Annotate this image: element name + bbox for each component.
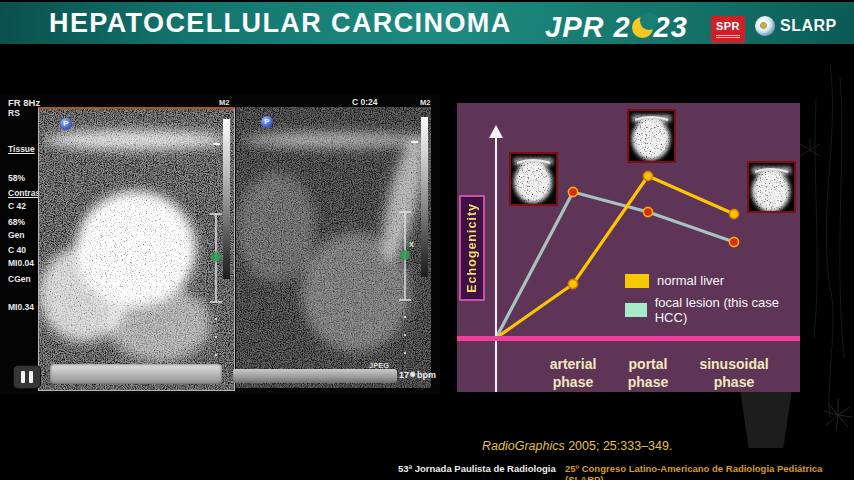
- planter-silhouette: [737, 392, 795, 448]
- x-axis-label-sinusoidal: sinusoidalphase: [689, 355, 779, 391]
- x-axis-baseline: [457, 336, 800, 341]
- ultrasound-contrast-panel: P: [38, 107, 235, 391]
- y-axis-label: Echogenicity: [465, 203, 479, 293]
- grayscale-bar-right: [421, 117, 428, 277]
- slarp-logo: SLARP: [755, 16, 837, 36]
- jpeg-format-label: JPEG: [369, 361, 389, 370]
- ultrasound-image-left: [39, 109, 234, 390]
- globe-icon: [755, 16, 775, 36]
- slide-viewport: HEPATOCELLULAR CARCINOMA JPR 223 SPR SLA…: [0, 0, 854, 480]
- spr-logo-label: SPR: [716, 21, 740, 32]
- preset-label: RS: [8, 109, 20, 119]
- caliper-marker-right: [400, 250, 410, 260]
- page-title: HEPATOCELLULAR CARCINOMA: [49, 8, 512, 39]
- x-axis-label-portal: portalphase: [603, 355, 693, 391]
- thumbnail-sinusoidal-phase: [747, 161, 796, 213]
- jpr-logo-text: JPR 2: [545, 11, 631, 44]
- footer-event-left: 53ª Jornada Paulista de Radiologia: [398, 463, 556, 474]
- probe-marker-badge-left: P: [60, 118, 72, 130]
- grayscale-bar-left: [223, 119, 230, 279]
- probe-marker-badge-right: P: [261, 116, 273, 128]
- reference-citation: RadioGraphics 2005; 25:333–349.: [482, 439, 672, 453]
- pause-button[interactable]: [14, 366, 40, 388]
- slide-header: HEPATOCELLULAR CARCINOMA JPR 223 SPR SLA…: [0, 2, 854, 44]
- spr-logo: SPR: [711, 16, 745, 43]
- ultrasound-video-region: FR 8Hz RS Tissue 58% C 42 Gen MI0.04 Con…: [0, 95, 440, 395]
- legend-swatch-focal-lesion: [625, 303, 647, 317]
- legend-swatch-normal-liver: [625, 274, 649, 288]
- ultrasound-tissue-panel: P X: [236, 107, 431, 388]
- caliper-x-label: X: [409, 240, 414, 249]
- heart-rate-unit: bpm: [417, 370, 436, 380]
- legend-label-normal-liver: normal liver: [657, 273, 724, 288]
- frame-rate-label: FR 8Hz: [8, 98, 40, 108]
- y-axis-arrow: [489, 125, 503, 138]
- heart-rate-value: 17: [399, 370, 409, 380]
- depth-tick-right: [411, 141, 418, 143]
- y-axis-label-box: Echogenicity: [459, 195, 485, 301]
- spr-logo-subtext: [716, 34, 740, 38]
- legend-item-focal-lesion: focal lesion (this case HCC): [625, 295, 800, 325]
- heart-rate-display: 17 ✺ bpm: [399, 370, 436, 380]
- crescent-moon-icon: [632, 15, 653, 40]
- jpr-logo-year: 23: [654, 11, 688, 44]
- thumbnail-portal-phase: [627, 109, 676, 163]
- journal-name: RadioGraphics: [482, 439, 565, 453]
- tissue-heading: Tissue: [8, 145, 35, 155]
- legend-label-focal-lesion: focal lesion (this case HCC): [655, 295, 800, 325]
- footer-event-right: 25º Congreso Latino-Americano de Radiolo…: [565, 463, 854, 480]
- video-progress-bar[interactable]: [50, 364, 222, 384]
- slarp-logo-label: SLARP: [780, 17, 837, 35]
- depth-tick-left: [213, 143, 220, 145]
- journal-reference: 2005; 25:333–349.: [565, 439, 673, 453]
- pause-icon: [21, 371, 25, 383]
- thumbnail-arterial-phase: [509, 152, 558, 206]
- echogenicity-chart: Echogenicity normal liver: [457, 103, 800, 392]
- chart-legend: normal liver focal lesion (this case HCC…: [625, 273, 800, 325]
- caliper-marker-left: [211, 252, 221, 262]
- ultrasound-image-right: [236, 107, 431, 388]
- heart-rate-icon: ✺: [410, 371, 416, 379]
- jpr-2023-logo: JPR 223: [545, 11, 688, 44]
- legend-item-normal-liver: normal liver: [625, 273, 800, 288]
- y-axis-line: [495, 137, 497, 392]
- cine-strip: [233, 369, 397, 383]
